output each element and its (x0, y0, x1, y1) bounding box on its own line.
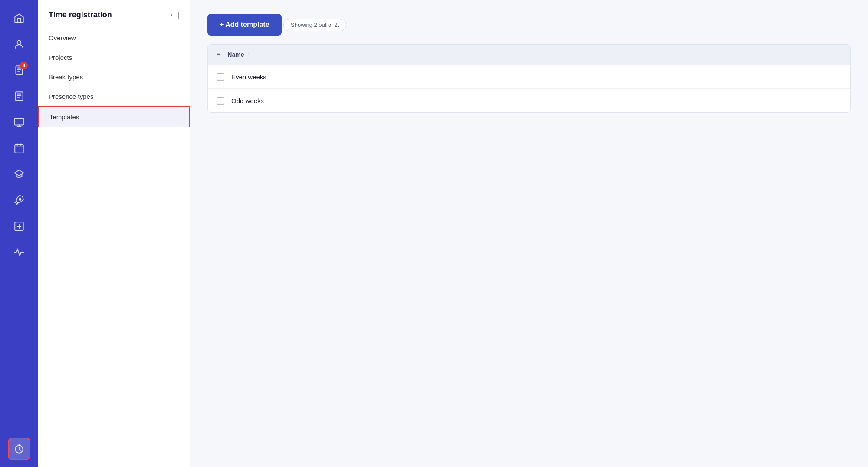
nav-timer[interactable] (8, 438, 30, 460)
nav-education[interactable] (8, 163, 30, 186)
nav-rocket[interactable] (8, 189, 30, 212)
sidebar-item-projects[interactable]: Projects (38, 48, 190, 67)
nav-calendar[interactable] (8, 137, 30, 160)
sidebar-item-overview[interactable]: Overview (38, 28, 190, 48)
back-button[interactable]: ←| (169, 10, 179, 20)
svg-rect-2 (15, 92, 23, 101)
table-row[interactable]: Even weeks (208, 65, 850, 89)
row-name-1: Odd weeks (231, 97, 264, 105)
row-name-0: Even weeks (231, 73, 266, 81)
add-template-button[interactable]: + Add template (207, 14, 282, 36)
svg-rect-3 (14, 118, 24, 125)
nav-monitor[interactable] (8, 111, 30, 134)
nav-notes[interactable] (8, 85, 30, 108)
nav-plus-box[interactable] (8, 215, 30, 238)
templates-table: ≡ Name ↑ Even weeks Odd weeks (207, 44, 851, 113)
main-content: + Add template Showing 2 out of 2. ≡ Nam… (190, 0, 868, 467)
row-checkbox-1[interactable] (217, 97, 224, 105)
nav-activity[interactable] (8, 241, 30, 264)
nav-tasks[interactable]: 8 (8, 59, 30, 82)
nav-bar: 8 (0, 0, 38, 467)
row-checkbox-0[interactable] (217, 73, 224, 81)
sidebar: Time registration ←| Overview Projects B… (38, 0, 190, 467)
tasks-badge: 8 (20, 62, 28, 69)
nav-home[interactable] (8, 7, 30, 29)
table-header: ≡ Name ↑ (208, 45, 850, 65)
nav-users[interactable] (8, 33, 30, 56)
sort-icon[interactable]: ≡ (217, 51, 220, 59)
svg-point-0 (17, 40, 21, 44)
sort-arrow-icon: ↑ (247, 52, 249, 58)
table-row[interactable]: Odd weeks (208, 89, 850, 112)
sidebar-header: Time registration ←| (38, 10, 190, 28)
svg-point-5 (19, 199, 21, 200)
sidebar-item-break-types[interactable]: Break types (38, 67, 190, 87)
showing-count-badge: Showing 2 out of 2. (283, 19, 346, 31)
sidebar-item-templates[interactable]: Templates (38, 106, 190, 127)
sidebar-title-text: Time registration (49, 10, 112, 20)
svg-rect-4 (15, 144, 23, 153)
sidebar-item-presence-types[interactable]: Presence types (38, 87, 190, 106)
name-column-header[interactable]: Name ↑ (227, 51, 249, 58)
